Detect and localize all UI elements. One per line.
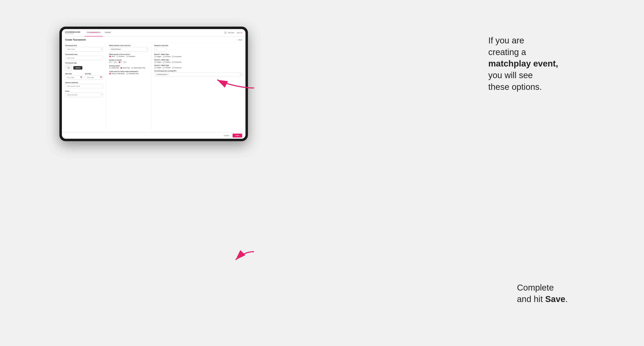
- rounds-3[interactable]: 3: [119, 61, 122, 63]
- start-date-group: Start date 📅: [65, 73, 84, 80]
- scoring-radio-group: Stroke Play Match Play Medal Match Play: [109, 67, 148, 69]
- rounds-4[interactable]: 4: [123, 61, 126, 63]
- upload-button[interactable]: Upload: [73, 66, 82, 70]
- scoring-api-label: Use third-party live scoring API?: [154, 70, 242, 72]
- round1-label: Round 1 - Match Type: [154, 54, 242, 55]
- round1-fourball[interactable]: Fourball: [163, 56, 170, 57]
- venue-label: Venue: [65, 90, 103, 92]
- logo-title: SCOREBOARD: [65, 31, 80, 33]
- nav-tabs: TOURNAMENTS TEAMS: [84, 29, 224, 36]
- round2-fourball[interactable]: Fourball: [163, 61, 170, 63]
- dates-group: Start date 📅 End date 📅: [65, 73, 103, 80]
- round1-radio-group: Singles Fourball Foursomes: [154, 56, 242, 57]
- tag-dropdown-arrow: ▾: [240, 74, 241, 75]
- round3-singles[interactable]: Singles: [154, 67, 161, 69]
- tournament-name-label: Tournament name: [65, 54, 103, 55]
- rounds-2[interactable]: 2: [114, 61, 117, 63]
- round1-foursomes[interactable]: Foursomes: [172, 56, 181, 57]
- tournament-host-group: Tournament Host: [65, 45, 103, 52]
- scoring-group: Scoring system Stroke Play Match Play: [109, 65, 148, 69]
- tournament-host-wrapper: [65, 47, 103, 52]
- back-link[interactable]: ← Back: [236, 39, 242, 41]
- avatar: [224, 31, 227, 34]
- scoring-api-chip: Leaderboard King ×: [156, 73, 169, 75]
- gender-combined[interactable]: Combined: [126, 56, 135, 57]
- rounds-1[interactable]: 1: [109, 61, 112, 63]
- scoring-match[interactable]: Match Play: [120, 67, 130, 69]
- footer-bar: Cancel Save: [62, 132, 246, 139]
- end-calendar-icon: 📅: [100, 77, 102, 78]
- tournament-name-input[interactable]: [65, 56, 103, 60]
- venue-input[interactable]: [65, 93, 103, 97]
- round2-radio-group: Singles Fourball Foursomes: [154, 61, 242, 63]
- division-select[interactable]: NCAA Division I: [109, 47, 148, 52]
- round2-singles[interactable]: Singles: [154, 61, 161, 63]
- venue-wrapper: [65, 92, 103, 97]
- rounds-radio-group: 1 2 3 4: [109, 61, 148, 63]
- gender-group: Which gender is the event for? Mens Wome…: [109, 54, 148, 57]
- gender-mens[interactable]: Mens: [109, 56, 115, 57]
- event-individuals[interactable]: Individuals Only: [126, 73, 138, 74]
- division-group: Which division is the event for? NCAA Di…: [109, 45, 148, 52]
- scoring-api-input[interactable]: Leaderboard King × ▾: [154, 72, 242, 77]
- user-name: Test User: [228, 32, 234, 33]
- venue-group: Venue: [65, 90, 103, 97]
- form-col-middle: Which division is the event for? NCAA Di…: [106, 45, 151, 130]
- annotation-bottom: Completeand hit Save.: [517, 282, 632, 305]
- scoring-stroke[interactable]: Stroke Play: [109, 67, 119, 69]
- round3-section: Round 3 - Match Type Singles Fourball: [154, 65, 242, 69]
- tag-close-icon[interactable]: ×: [167, 74, 168, 75]
- round1-singles[interactable]: Singles: [154, 56, 161, 57]
- start-date-label: Start date: [65, 73, 84, 74]
- nav-tab-tournaments[interactable]: TOURNAMENTS: [84, 29, 103, 36]
- round3-fourball[interactable]: Fourball: [163, 67, 170, 69]
- save-button[interactable]: Save: [232, 134, 242, 138]
- form-col-right: Maximum Team Size Round 1 - Match Type S…: [151, 45, 242, 130]
- scoring-api-group: Use third-party live scoring API? Leader…: [154, 70, 242, 77]
- sponsor-group: Sponsor (optional): [65, 82, 103, 89]
- max-team-size-label: Maximum Team Size: [154, 45, 242, 46]
- tournament-logo-group: Tournament logo 🖼 Upload: [65, 62, 103, 71]
- max-team-size-group: Maximum Team Size: [154, 45, 242, 52]
- annotation-top-text: If you arecreating amatchplay event,you …: [488, 35, 632, 93]
- nav-separator: |: [235, 32, 236, 33]
- tournament-host-label: Tournament Host: [65, 45, 103, 46]
- calendar-icon: 📅: [80, 77, 82, 78]
- sponsor-label: Sponsor (optional): [65, 82, 103, 83]
- logo-placeholder: 🖼: [65, 64, 72, 71]
- form-col-left: Tournament Host Tournament name Tourname…: [65, 45, 106, 130]
- form-body: Tournament Host Tournament name Tourname…: [62, 43, 246, 132]
- gender-radio-group: Mens Womens Combined: [109, 56, 148, 57]
- end-date-label: End date: [85, 73, 103, 74]
- date-row: Start date 📅 End date 📅: [65, 73, 103, 80]
- nav-bar: SCOREBOARD Powered by clippit TOURNAMENT…: [62, 29, 246, 36]
- signout-link[interactable]: Sign out: [237, 32, 242, 33]
- tablet-screen: SCOREBOARD Powered by clippit TOURNAMENT…: [62, 29, 246, 139]
- nav-logo: SCOREBOARD Powered by clippit: [65, 31, 80, 34]
- scoring-label: Scoring system: [109, 65, 148, 66]
- division-label: Which division is the event for?: [109, 45, 148, 46]
- gender-womens[interactable]: Womens: [116, 56, 124, 57]
- nav-tab-teams[interactable]: TEAMS: [103, 29, 113, 36]
- sponsor-input[interactable]: [65, 84, 103, 88]
- rounds-group: Number of rounds 1 2 3: [109, 59, 148, 63]
- division-wrapper: NCAA Division I: [109, 47, 148, 52]
- page-header: Create Tournament ← Back: [62, 36, 246, 43]
- round2-section: Round 2 - Match Type Singles Fourball: [154, 59, 242, 63]
- max-team-size-input[interactable]: [154, 47, 166, 52]
- logo-upload-area: 🖼 Upload: [65, 64, 103, 71]
- round2-label: Round 2 - Match Type: [154, 59, 242, 61]
- annotation-top: If you arecreating amatchplay event,you …: [488, 35, 632, 93]
- event-type-group: Is this event for Teams and/or Individua…: [109, 71, 148, 74]
- cancel-button[interactable]: Cancel: [222, 134, 231, 137]
- tournament-logo-label: Tournament logo: [65, 62, 103, 64]
- tablet-frame: SCOREBOARD Powered by clippit TOURNAMENT…: [60, 27, 248, 141]
- round3-foursomes[interactable]: Foursomes: [172, 67, 181, 69]
- tournament-host-input[interactable]: [65, 47, 103, 52]
- event-teams[interactable]: Teams (+Individuals): [109, 73, 124, 74]
- round2-foursomes[interactable]: Foursomes: [172, 61, 181, 63]
- round3-label: Round 3 - Match Type: [154, 65, 242, 66]
- nav-right: Test User | Sign out: [224, 31, 242, 34]
- scoring-medal[interactable]: Medal Match Play: [131, 67, 145, 69]
- round1-section: Round 1 - Match Type Singles Fourball: [154, 54, 242, 57]
